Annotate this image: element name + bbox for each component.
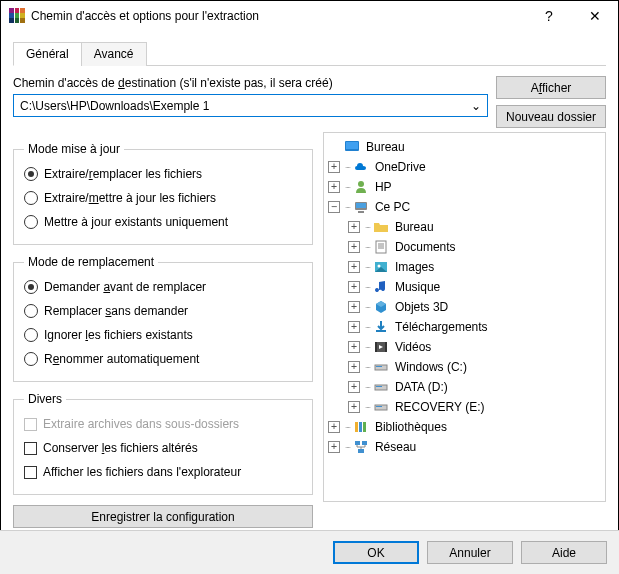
svg-rect-20 (375, 405, 387, 410)
svg-rect-24 (363, 422, 366, 432)
svg-rect-15 (385, 342, 387, 352)
svg-point-11 (377, 265, 380, 268)
folder-icon (373, 219, 389, 235)
svg-rect-12 (376, 330, 386, 332)
tree-pc-music[interactable]: +···· Musique (326, 277, 603, 297)
tree-desktop[interactable]: Bureau (326, 137, 603, 157)
tree-pc-downloads[interactable]: +···· Téléchargements (326, 317, 603, 337)
3d-icon (373, 299, 389, 315)
svg-rect-18 (375, 385, 387, 390)
tree-pc-3d[interactable]: +···· Objets 3D (326, 297, 603, 317)
svg-rect-26 (362, 441, 367, 445)
cancel-button[interactable]: Annuler (427, 541, 513, 564)
svg-rect-22 (355, 422, 358, 432)
radio-rename-auto[interactable]: Renommer automatiquement (24, 347, 302, 371)
svg-rect-19 (376, 386, 382, 387)
desktop-icon (344, 139, 360, 155)
svg-point-2 (358, 181, 364, 187)
svg-rect-1 (346, 142, 358, 149)
svg-rect-5 (358, 211, 364, 213)
tree-pc-images[interactable]: +···· Images (326, 257, 603, 277)
show-button[interactable]: Afficher (496, 76, 606, 99)
destination-path-combobox[interactable]: ⌄ (13, 94, 488, 117)
onedrive-icon (353, 159, 369, 175)
tree-pc-videos[interactable]: +···· Vidéos (326, 337, 603, 357)
overwrite-mode-legend: Mode de remplacement (24, 255, 158, 269)
computer-icon (353, 199, 369, 215)
tab-bar: Général Avancé (13, 41, 606, 66)
drive-icon (373, 379, 389, 395)
svg-rect-25 (355, 441, 360, 445)
tree-drive-d[interactable]: +···· DATA (D:) (326, 377, 603, 397)
svg-rect-14 (375, 342, 377, 352)
music-icon (373, 279, 389, 295)
misc-group: Divers Extraire archives dans sous-dossi… (13, 392, 313, 495)
tree-hp[interactable]: +···· HP (326, 177, 603, 197)
folder-tree[interactable]: Bureau +···· OneDrive +···· HP −···· Ce … (323, 132, 606, 502)
destination-path-input[interactable] (18, 98, 469, 114)
user-icon (353, 179, 369, 195)
window-title: Chemin d'accès et options pour l'extract… (31, 9, 526, 23)
drive-icon (373, 399, 389, 415)
tree-this-pc[interactable]: −···· Ce PC (326, 197, 603, 217)
radio-extract-update[interactable]: Extraire/mettre à jour les fichiers (24, 186, 302, 210)
tab-general[interactable]: Général (13, 42, 82, 66)
tree-onedrive[interactable]: +···· OneDrive (326, 157, 603, 177)
ok-button[interactable]: OK (333, 541, 419, 564)
tree-libraries[interactable]: +···· Bibliothèques (326, 417, 603, 437)
dialog-footer: OK Annuler Aide (0, 530, 619, 574)
checkbox-extract-subfolders: Extraire archives dans sous-dossiers (24, 412, 302, 436)
tab-advanced[interactable]: Avancé (81, 42, 147, 66)
radio-update-existing[interactable]: Mettre à jour existants uniquement (24, 210, 302, 234)
svg-rect-27 (358, 449, 364, 453)
libraries-icon (353, 419, 369, 435)
svg-rect-17 (376, 366, 382, 367)
new-folder-button[interactable]: Nouveau dossier (496, 105, 606, 128)
checkbox-show-explorer[interactable]: Afficher les fichiers dans l'explorateur (24, 460, 302, 484)
save-settings-button[interactable]: Enregistrer la configuration (13, 505, 313, 528)
downloads-icon (373, 319, 389, 335)
chevron-down-icon[interactable]: ⌄ (469, 99, 483, 113)
winrar-icon (9, 8, 25, 24)
tree-network[interactable]: +···· Réseau (326, 437, 603, 457)
tree-drive-c[interactable]: +···· Windows (C:) (326, 357, 603, 377)
documents-icon (373, 239, 389, 255)
update-mode-group: Mode mise à jour Extraire/remplacer les … (13, 142, 313, 245)
radio-skip-existing[interactable]: Ignorer les fichiers existants (24, 323, 302, 347)
close-button[interactable]: ✕ (572, 1, 618, 31)
help-button[interactable]: ? (526, 1, 572, 31)
update-mode-legend: Mode mise à jour (24, 142, 124, 156)
svg-rect-16 (375, 365, 387, 370)
svg-rect-21 (376, 406, 382, 407)
svg-rect-6 (376, 241, 386, 253)
svg-rect-4 (356, 203, 366, 208)
svg-rect-23 (359, 422, 362, 432)
radio-extract-replace[interactable]: Extraire/remplacer les fichiers (24, 162, 302, 186)
radio-ask-before[interactable]: Demander avant de remplacer (24, 275, 302, 299)
tree-drive-e[interactable]: +···· RECOVERY (E:) (326, 397, 603, 417)
videos-icon (373, 339, 389, 355)
radio-overwrite-silent[interactable]: Remplacer sans demander (24, 299, 302, 323)
network-icon (353, 439, 369, 455)
help-button-footer[interactable]: Aide (521, 541, 607, 564)
tree-pc-documents[interactable]: +···· Documents (326, 237, 603, 257)
drive-icon (373, 359, 389, 375)
checkbox-keep-broken[interactable]: Conserver les fichiers altérés (24, 436, 302, 460)
misc-legend: Divers (24, 392, 66, 406)
tree-pc-desktop[interactable]: +···· Bureau (326, 217, 603, 237)
destination-path-label: Chemin d'accès de destination (s'il n'ex… (13, 76, 488, 90)
images-icon (373, 259, 389, 275)
overwrite-mode-group: Mode de remplacement Demander avant de r… (13, 255, 313, 382)
